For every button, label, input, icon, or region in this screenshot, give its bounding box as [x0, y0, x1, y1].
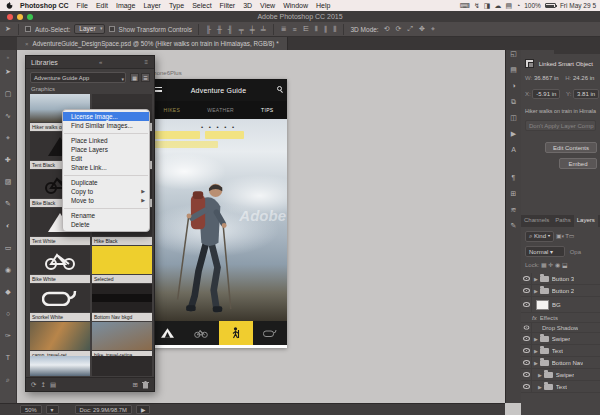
kind-filter-dropdown[interactable]: ⌕ Kind ▾: [525, 231, 554, 242]
visibility-eye-icon[interactable]: [521, 345, 532, 356]
3d-roll-icon[interactable]: ⟳: [395, 25, 403, 33]
tab-channels[interactable]: Channels: [521, 215, 552, 227]
menu-item-duplicate[interactable]: Duplicate: [63, 178, 149, 187]
expand-arrow-icon[interactable]: ▶: [538, 384, 542, 390]
adjustments-panel-icon[interactable]: ◑: [511, 78, 515, 94]
panel-menu-icon[interactable]: ≡: [144, 59, 149, 65]
layer-row[interactable]: ▶ Button 3: [521, 273, 600, 285]
menu-item-place-layers[interactable]: Place Layers: [63, 145, 149, 154]
expand-arrow-icon[interactable]: ▶: [534, 276, 538, 282]
distribute-bottom-icon[interactable]: ⋿: [302, 25, 310, 33]
library-thumb-snorkel-white[interactable]: [30, 284, 90, 312]
menu-select[interactable]: Select: [188, 2, 215, 9]
align-middle-icon[interactable]: ╪: [249, 26, 256, 33]
menu-layer[interactable]: Layer: [139, 2, 165, 9]
menu-view[interactable]: View: [256, 2, 279, 9]
expand-arrow-icon[interactable]: ▶: [534, 360, 538, 366]
collapse-tools-icon[interactable]: »: [7, 53, 10, 61]
paragraph-panel-icon[interactable]: ¶: [512, 170, 516, 186]
layer-row[interactable]: ▶ Swiper: [521, 333, 600, 345]
edit-contents-button[interactable]: Edit Contents: [545, 142, 597, 153]
layer-row[interactable]: ▶ Bottom Nav: [521, 357, 600, 369]
align-left-icon[interactable]: ╟: [205, 26, 212, 33]
library-item[interactable]: camp_travel-ret...: [30, 322, 90, 359]
visibility-eye-icon[interactable]: [521, 297, 532, 312]
visibility-eye-icon[interactable]: [521, 369, 532, 380]
visibility-eye-icon[interactable]: [521, 285, 532, 296]
library-selector-dropdown[interactable]: Adventure Guide App: [30, 72, 126, 83]
tab-paths[interactable]: Paths: [552, 215, 573, 227]
layer-row[interactable]: ▶ Text: [521, 345, 600, 357]
apple-menu-icon[interactable]: [6, 2, 13, 9]
menu-image[interactable]: Image: [112, 2, 139, 9]
zoom-window-button[interactable]: [27, 14, 33, 20]
layer-comp-dropdown[interactable]: Don't Apply Layer Comp: [525, 120, 596, 131]
info-panel-icon[interactable]: ◫: [510, 110, 517, 126]
menu-item-place-linked[interactable]: Place Linked: [63, 136, 149, 145]
stamp-tool[interactable]: ▭: [0, 237, 16, 259]
lasso-tool[interactable]: ∿: [0, 105, 16, 127]
marquee-tool[interactable]: ▢: [0, 83, 16, 105]
expand-arrow-icon[interactable]: ▶: [534, 288, 538, 294]
3d-rotate-icon[interactable]: ⟲: [383, 25, 391, 33]
blend-mode-dropdown[interactable]: Normal ▾: [525, 246, 565, 257]
auto-select-dropdown[interactable]: Layer: [74, 24, 104, 34]
sync-library-icon[interactable]: ⟳: [31, 381, 36, 389]
layer-row[interactable]: BG: [521, 297, 600, 313]
actions-panel-icon[interactable]: ▶: [511, 126, 516, 142]
quick-select-tool[interactable]: ⌖: [0, 127, 16, 149]
library-thumb-camp-photo[interactable]: [30, 322, 90, 350]
artboard[interactable]: Adventure Guide HIKES WEATHER TIPS • • •…: [150, 79, 287, 348]
wifi-icon[interactable]: ◔: [516, 2, 520, 9]
menu-3d[interactable]: 3D: [239, 2, 256, 9]
crop-tool[interactable]: ✚: [0, 149, 16, 171]
layer-thumbnail[interactable]: [536, 300, 549, 310]
glyphs-panel-icon[interactable]: ⊞: [511, 186, 517, 202]
menu-item-find-similar[interactable]: Find Similar Images...: [63, 121, 149, 130]
menu-edit[interactable]: Edit: [92, 2, 112, 9]
library-thumb-mountain-photo[interactable]: [30, 356, 90, 376]
menu-item-edit[interactable]: Edit: [63, 154, 149, 163]
zoom-tool[interactable]: ⌕: [0, 369, 16, 391]
visibility-eye-icon[interactable]: [521, 323, 532, 332]
distribute-right-icon[interactable]: ⫼: [332, 25, 337, 33]
distribute-center-icon[interactable]: ∥: [323, 25, 329, 33]
library-item[interactable]: Selected: [92, 246, 152, 283]
filter-type-icons[interactable]: ▣◐T▭: [556, 233, 575, 239]
auto-select-checkbox[interactable]: [25, 26, 31, 32]
distribute-top-icon[interactable]: ≣: [280, 25, 288, 33]
move-tool[interactable]: ➤: [0, 61, 16, 83]
notes-panel-icon[interactable]: ✎: [511, 218, 517, 234]
eraser-tool[interactable]: ◉: [0, 259, 16, 281]
menu-item-license-image[interactable]: License Image...: [63, 112, 149, 121]
visibility-eye-icon[interactable]: [521, 333, 532, 344]
3d-scale-icon[interactable]: ⌖: [430, 25, 436, 33]
share-library-icon[interactable]: ▤: [50, 381, 56, 389]
linked-file-name[interactable]: Hiker walks on train in Himala: [521, 108, 600, 114]
align-top-icon[interactable]: ╤: [238, 26, 245, 33]
dropbox-icon[interactable]: ◨: [484, 2, 491, 10]
close-window-button[interactable]: [7, 14, 13, 20]
distribute-middle-icon[interactable]: ≡: [292, 26, 298, 33]
layer-effect-row[interactable]: Drop Shadow: [521, 323, 600, 333]
styles-panel-icon[interactable]: ⧉: [511, 94, 516, 110]
panel-collapse-icon[interactable]: «: [99, 59, 103, 65]
library-item[interactable]: Bottom Nav bkgd: [92, 284, 152, 321]
input-source-icon[interactable]: ⌨: [460, 2, 470, 10]
status-options-arrow[interactable]: ▶: [136, 405, 150, 414]
libraries-panel-header[interactable]: Libraries « ≡: [26, 56, 154, 69]
layer-row[interactable]: ▶ Text: [521, 381, 600, 393]
menu-item-share-link[interactable]: Share Link...: [63, 163, 149, 172]
close-tab-icon[interactable]: ×: [25, 41, 29, 47]
3d-slide-icon[interactable]: ✥: [418, 25, 426, 33]
library-item[interactable]: [30, 356, 90, 376]
menu-item-copy-to[interactable]: Copy to▶: [63, 187, 149, 196]
distribute-left-icon[interactable]: ⫴: [314, 25, 319, 33]
status-dropdown-arrow[interactable]: ▾: [46, 405, 59, 414]
align-bottom-icon[interactable]: ╧: [260, 26, 267, 33]
align-center-h-icon[interactable]: ╫: [216, 26, 223, 33]
healing-tool[interactable]: ✎: [0, 193, 16, 215]
timeline-panel-icon[interactable]: ≋: [511, 202, 517, 218]
y-position-field[interactable]: 3.81 in: [573, 89, 599, 99]
eyedropper-tool[interactable]: ▨: [0, 171, 16, 193]
